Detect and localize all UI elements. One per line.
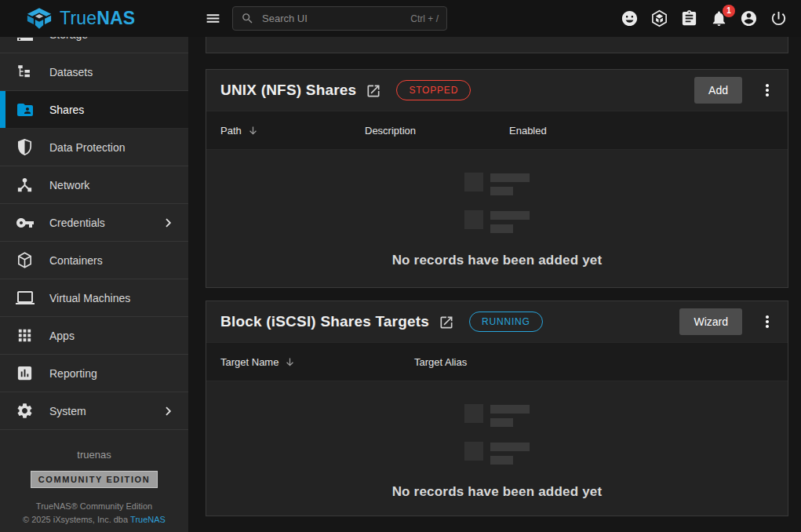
open-in-new-icon[interactable]	[366, 83, 381, 99]
network-hub-icon	[16, 176, 35, 195]
iscsi-card-header: Block (iSCSI) Shares Targets RUNNING Wiz…	[206, 301, 788, 342]
empty-state-text: No records have been added yet	[392, 484, 603, 500]
nfs-card-title: UNIX (NFS) Shares	[220, 82, 356, 99]
truenas-logo[interactable]: TrueNAS	[0, 7, 188, 30]
product-line: TrueNAS® Community Edition	[0, 501, 188, 511]
topbar-actions: 1	[621, 9, 801, 28]
sidebar-item-label: Shares	[49, 104, 84, 116]
sidebar: Storage Datasets Shares Data Protection	[0, 37, 188, 532]
copyright-line: © 2025 iXsystems, Inc. dbaTrueNAS	[0, 515, 188, 524]
sidebar-item-shares[interactable]: Shares	[0, 91, 188, 129]
hostname: truenas	[0, 449, 188, 461]
sidebar-item-credentials[interactable]: Credentials	[0, 204, 188, 242]
sidebar-item-label: System	[49, 405, 86, 417]
empty-list-illustration	[464, 381, 530, 465]
search-input[interactable]	[260, 12, 404, 25]
menu-icon	[205, 10, 221, 27]
key-icon	[16, 213, 35, 232]
iscsi-status-badge[interactable]: RUNNING	[469, 312, 543, 332]
sort-arrow-down-icon	[284, 356, 296, 368]
laptop-icon	[16, 289, 35, 308]
column-header-enabled[interactable]: Enabled	[509, 125, 547, 137]
nfs-status-badge[interactable]: STOPPED	[396, 80, 471, 100]
kebab-menu-icon[interactable]	[758, 81, 777, 100]
sidebar-item-label: Data Protection	[49, 141, 126, 154]
nfs-shares-card: UNIX (NFS) Shares STOPPED Add Path Descr…	[206, 69, 788, 288]
nfs-card-header: UNIX (NFS) Shares STOPPED Add	[206, 70, 788, 111]
open-in-new-icon[interactable]	[439, 315, 454, 330]
shield-icon	[16, 138, 35, 157]
kebab-menu-icon[interactable]	[758, 312, 777, 331]
truenas-status-icon[interactable]	[650, 9, 669, 28]
truenas-link[interactable]: TrueNAS	[130, 515, 166, 524]
feedback-smiley-icon[interactable]	[621, 9, 639, 28]
sidebar-item-label: Network	[49, 179, 89, 191]
nfs-table-header: Path Description Enabled	[206, 111, 788, 150]
sidebar-item-label: Credentials	[49, 217, 105, 229]
alerts-bell-icon[interactable]: 1	[710, 9, 729, 28]
empty-state-text: No records have been added yet	[392, 253, 603, 268]
previous-card-fragment	[206, 37, 788, 53]
sidebar-item-label: Storage	[49, 37, 88, 41]
sidebar-item-reporting[interactable]: Reporting	[0, 355, 188, 392]
sidebar-item-label: Datasets	[49, 66, 93, 78]
search-icon	[241, 12, 254, 25]
sidebar-item-datasets[interactable]: Datasets	[0, 53, 188, 91]
user-account-icon[interactable]	[740, 9, 759, 28]
bar-chart-icon	[16, 364, 35, 383]
gear-icon	[16, 402, 35, 421]
nfs-empty-state: No records have been added yet	[206, 150, 788, 287]
shares-folder-icon	[16, 100, 35, 119]
truenas-logo-icon	[26, 7, 53, 30]
active-item-accent-bar	[0, 91, 5, 128]
sidebar-item-system[interactable]: System	[0, 392, 188, 430]
storage-icon	[16, 37, 35, 44]
sidebar-item-label: Reporting	[49, 367, 97, 380]
iscsi-wizard-button[interactable]: Wizard	[679, 308, 742, 335]
edition-badge: COMMUNITY EDITION	[31, 471, 158, 488]
chevron-right-icon	[160, 214, 177, 231]
column-header-description[interactable]: Description	[365, 125, 509, 137]
datasets-tree-icon	[16, 63, 35, 82]
column-header-path[interactable]: Path	[206, 125, 365, 137]
search-shortcut-hint: Ctrl + /	[410, 13, 439, 24]
sidebar-item-containers[interactable]: Containers	[0, 242, 188, 279]
sidebar-item-apps[interactable]: Apps	[0, 317, 188, 355]
alert-count-badge: 1	[723, 5, 735, 17]
nfs-add-button[interactable]: Add	[694, 77, 742, 104]
iscsi-targets-card: Block (iSCSI) Shares Targets RUNNING Wiz…	[206, 301, 788, 516]
sidebar-footer: truenas COMMUNITY EDITION TrueNAS® Commu…	[0, 449, 188, 532]
empty-list-illustration	[464, 150, 530, 233]
sidebar-item-label: Virtual Machines	[49, 292, 130, 304]
sidebar-toggle-button[interactable]	[198, 5, 227, 33]
column-header-target-name[interactable]: Target Name	[206, 356, 414, 368]
apps-grid-icon	[16, 326, 35, 345]
iscsi-table-header: Target Name Target Alias	[206, 342, 788, 381]
sidebar-item-storage[interactable]: Storage	[0, 37, 188, 53]
chevron-right-icon	[160, 403, 177, 420]
jobs-clipboard-icon[interactable]	[680, 9, 699, 28]
iscsi-card-title: Block (iSCSI) Shares Targets	[220, 313, 429, 330]
main-content: UNIX (NFS) Shares STOPPED Add Path Descr…	[188, 37, 801, 532]
truenas-wordmark: TrueNAS	[60, 8, 135, 29]
iscsi-empty-state: No records have been added yet	[206, 381, 788, 516]
container-cube-icon	[16, 251, 35, 270]
global-search[interactable]: Ctrl + /	[232, 6, 447, 31]
sidebar-item-network[interactable]: Network	[0, 166, 188, 204]
topbar: TrueNAS Ctrl + / 1	[0, 0, 801, 37]
sidebar-item-label: Apps	[49, 330, 75, 342]
power-icon[interactable]	[770, 9, 788, 28]
sidebar-item-virtual-machines[interactable]: Virtual Machines	[0, 279, 188, 317]
sidebar-item-label: Containers	[49, 254, 103, 267]
sidebar-item-data-protection[interactable]: Data Protection	[0, 129, 188, 166]
column-header-target-alias[interactable]: Target Alias	[414, 356, 467, 368]
sort-arrow-down-icon	[247, 125, 259, 137]
